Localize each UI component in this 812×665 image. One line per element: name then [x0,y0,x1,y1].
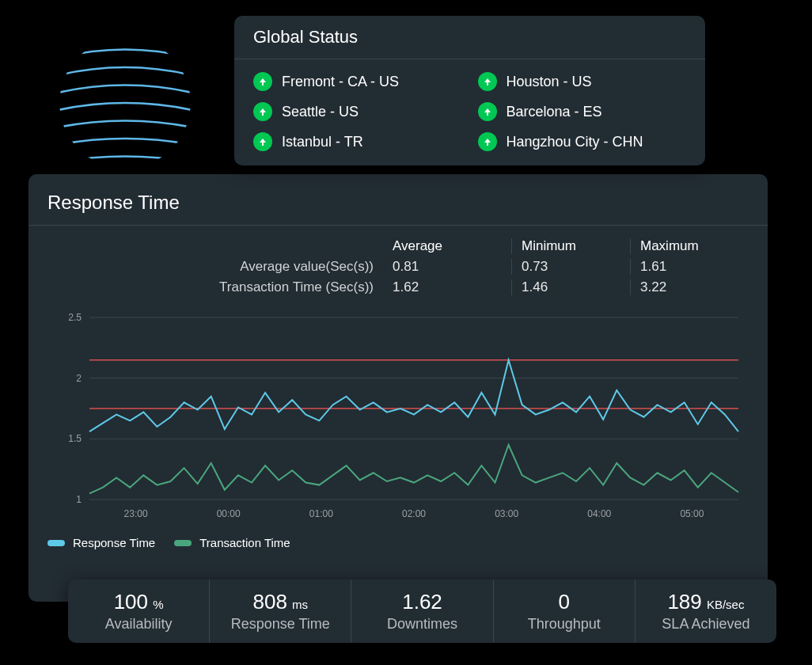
svg-text:2.5: 2.5 [68,312,82,323]
metric-label: SLA Achieved [662,616,749,633]
arrow-up-icon [478,102,497,121]
status-item[interactable]: Fremont - CA - US [253,72,462,91]
status-label: Barcelona - ES [507,104,602,120]
metric-label: Availability [105,616,173,633]
stats-table: AverageMinimumMaximumAverage value(Sec(s… [28,226,768,302]
svg-text:02:00: 02:00 [402,508,426,519]
metric-value: 0 [558,590,569,614]
response-time-title: Response Time [28,184,768,226]
status-item[interactable]: Istanbul - TR [253,132,462,151]
status-label: Istanbul - TR [282,134,363,150]
metric-value: 100 [114,590,148,614]
metric-unit: ms [289,598,308,611]
legend-label: Response Time [73,536,155,549]
metric-value: 1.62 [402,590,442,614]
arrow-up-icon [253,72,272,91]
status-label: Hangzhou City - CHN [507,134,643,150]
arrow-up-icon [478,72,497,91]
chart-series [89,360,738,431]
metric-label: Throughput [528,616,601,633]
stats-cell: 0.73 [511,259,630,275]
stats-cell: 1.62 [393,279,511,295]
legend-label: Transaction Time [199,536,290,549]
svg-text:1.5: 1.5 [68,433,82,444]
metric-tile: 808 ms Response Time [210,580,351,643]
globe-decoration [54,32,196,174]
svg-text:03:00: 03:00 [495,508,518,519]
svg-text:1: 1 [76,494,82,505]
metric-label: Downtimes [387,616,457,633]
metric-unit: % [150,598,164,611]
svg-text:01:00: 01:00 [309,508,333,519]
global-status-list: Fremont - CA - US Houston - US Seattle -… [234,59,705,165]
status-item[interactable]: Houston - US [478,72,687,91]
stats-col-header: Maximum [630,238,749,254]
response-time-panel: Response Time AverageMinimumMaximumAvera… [28,174,768,602]
svg-text:04:00: 04:00 [587,508,611,519]
metric-label: Response Time [231,616,330,633]
chart-legend: Response Time Transaction Time [28,526,768,549]
legend-item: Transaction Time [174,536,290,549]
arrow-up-icon [253,132,272,151]
metrics-bar: 100 % Availability 808 ms Response Time … [68,580,776,643]
arrow-up-icon [478,132,497,151]
metric-value: 808 [253,590,287,614]
svg-text:2: 2 [76,373,82,384]
chart-series [89,445,738,493]
metric-value: 189 [667,590,701,614]
status-label: Fremont - CA - US [282,74,399,90]
legend-swatch [174,540,192,546]
metric-tile: 1.62 Downtimes [351,580,493,643]
svg-text:23:00: 23:00 [124,508,148,519]
stats-row-label: Average value(Sec(s)) [47,259,393,275]
status-item[interactable]: Barcelona - ES [478,102,687,121]
stats-cell: 1.61 [630,259,749,275]
svg-text:00:00: 00:00 [217,508,241,519]
chart-container: 11.522.523:0000:0001:0002:0003:0004:0005… [28,302,768,526]
arrow-up-icon [253,102,272,121]
stats-cell: 3.22 [630,279,749,295]
stats-col-header: Minimum [511,238,630,254]
status-item[interactable]: Seattle - US [253,102,462,121]
stats-cell: 0.81 [393,259,511,275]
metric-tile: 0 Throughput [494,580,636,643]
metric-unit: KB/sec [704,598,745,611]
legend-item: Response Time [47,536,155,549]
status-label: Houston - US [507,74,592,90]
stats-cell: 1.46 [511,279,630,295]
status-label: Seattle - US [282,104,359,120]
global-status-panel: Global Status Fremont - CA - US Houston … [234,16,705,165]
stats-col-header: Average [393,238,511,254]
status-item[interactable]: Hangzhou City - CHN [478,132,687,151]
metric-tile: 189 KB/sec SLA Achieved [636,580,776,643]
metric-tile: 100 % Availability [68,580,210,643]
response-time-chart: 11.522.523:0000:0001:0002:0003:0004:0005… [47,310,749,523]
svg-text:05:00: 05:00 [680,508,704,519]
stats-row-label: Transaction Time (Sec(s)) [47,279,393,295]
legend-swatch [47,540,65,546]
global-status-title: Global Status [234,16,705,59]
